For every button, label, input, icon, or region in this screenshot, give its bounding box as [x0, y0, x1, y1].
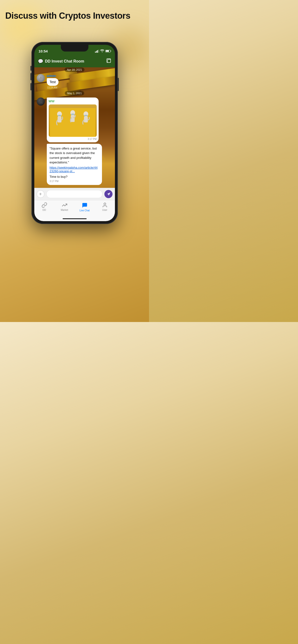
page-title-text: Discuss with Cryptos Investors: [5, 11, 144, 20]
ww-sender: WW: [49, 100, 97, 103]
live-chat-tab-icon: [82, 202, 88, 208]
svg-point-14: [104, 203, 106, 205]
message-row-admin: admin Test 11:24 AM: [34, 74, 115, 91]
admin-bubble: admin Test 11:24 AM: [47, 74, 59, 89]
tab-bar: DD Market L: [34, 200, 115, 216]
input-area: +: [34, 188, 115, 200]
ww-avatar: [37, 98, 45, 106]
market-tab-icon: [62, 202, 67, 208]
volume-down-button: [31, 83, 32, 90]
phone-wrapper: 10:54: [32, 42, 118, 224]
home-indicator: [34, 216, 115, 221]
chat-icon: 💬: [38, 59, 43, 64]
svg-point-10: [71, 114, 75, 115]
admin-text: Test: [50, 80, 56, 84]
ww-text-bubble: "Square offers a great service, but the …: [47, 144, 102, 185]
message-row-ww-text: "Square offers a great service, but the …: [34, 143, 115, 186]
wifi-icon: [100, 49, 104, 53]
tab-user[interactable]: User: [95, 202, 115, 211]
svg-point-3: [40, 100, 42, 102]
date-2-text: May 1, 2021: [65, 91, 84, 95]
svg-rect-12: [84, 116, 88, 122]
live-chat-tab-label: Live Chat: [79, 209, 89, 212]
message-row-ww-image: WW: [34, 97, 115, 143]
admin-sender: admin: [47, 74, 59, 78]
ww-avatar-spacer: [37, 144, 45, 152]
send-button[interactable]: [104, 190, 112, 198]
svg-point-7: [58, 115, 61, 116]
thinker-image: [49, 104, 97, 137]
phone-screen: 10:54: [34, 45, 115, 221]
svg-rect-6: [58, 116, 61, 122]
power-button: [118, 78, 119, 91]
silent-button: [31, 66, 32, 71]
home-bar: [63, 218, 87, 219]
status-time: 10:54: [39, 47, 48, 53]
page-background: Discuss with Cryptos Investors 10:54: [0, 0, 149, 322]
ww-followup: Time to buy?: [50, 174, 99, 179]
ww-link[interactable]: https://seekingalpha.com/article/4423260…: [50, 166, 99, 173]
statues-svg: [50, 108, 95, 137]
volume-up-button: [31, 73, 32, 80]
ww-text-time: 3:17 PM: [50, 180, 99, 182]
notch: [61, 45, 88, 52]
ww-quote: "Square offers a great service, but the …: [50, 146, 99, 165]
ww-image-time: 3:17 PM: [49, 138, 97, 140]
app-header-title: 💬 DD Invest Chat Room: [38, 59, 84, 64]
svg-point-13: [84, 115, 88, 116]
admin-avatar: [37, 74, 45, 82]
tab-live-chat[interactable]: Live Chat: [75, 202, 95, 212]
date-separator-1: Apr 18, 2021: [34, 67, 115, 72]
admin-time: 11:24 AM: [47, 86, 59, 89]
app-title-text: DD Invest Chat Room: [45, 59, 84, 64]
dd-tab-icon: [42, 202, 47, 208]
message-input[interactable]: [46, 190, 102, 198]
user-tab-label: User: [102, 209, 107, 211]
send-icon: [107, 192, 111, 196]
app-header: 💬 DD Invest Chat Room: [34, 55, 115, 67]
add-icon: +: [39, 192, 42, 197]
ww-image-bubble: WW: [47, 98, 99, 142]
user-tab-icon: [102, 202, 108, 208]
battery-icon: [105, 50, 111, 52]
messages-overlay: Apr 18, 2021 admin Test: [34, 67, 115, 188]
tab-dd[interactable]: DD: [34, 202, 54, 211]
market-tab-label: Market: [61, 209, 68, 211]
signal-icon: [95, 50, 99, 53]
dd-tab-label: DD: [43, 209, 46, 211]
admin-message-bubble: Test: [47, 78, 59, 86]
layers-button[interactable]: [106, 58, 111, 65]
chat-main: ₿ Apr 18, 2021: [34, 67, 115, 188]
status-icons: [95, 48, 111, 53]
add-button[interactable]: +: [37, 190, 44, 198]
page-title: Discuss with Cryptos Investors: [5, 11, 144, 20]
date-separator-2: May 1, 2021: [34, 91, 115, 95]
tab-market[interactable]: Market: [54, 202, 75, 211]
date-1-text: Apr 18, 2021: [65, 68, 84, 72]
svg-rect-1: [107, 60, 111, 62]
svg-point-2: [40, 76, 42, 78]
phone-frame: 10:54: [32, 42, 118, 224]
